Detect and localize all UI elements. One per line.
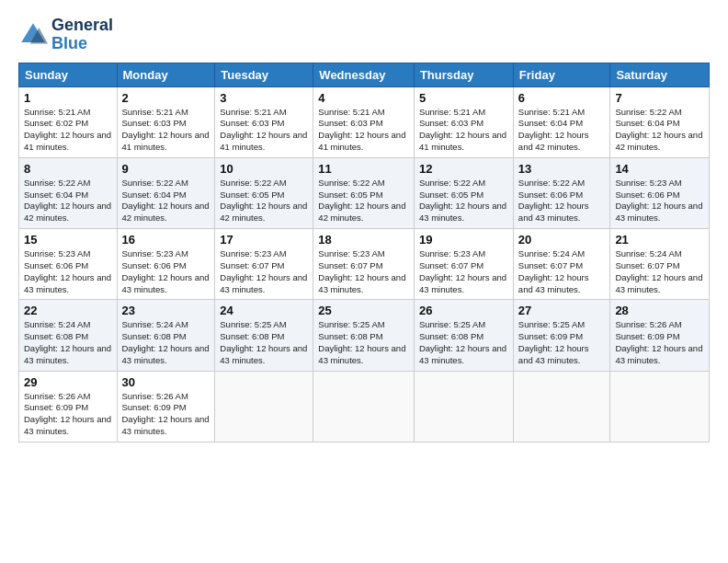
week-row-3: 15 Sunrise: 5:23 AMSunset: 6:06 PMDaylig… bbox=[19, 229, 710, 300]
weekday-header-thursday: Thursday bbox=[414, 63, 513, 86]
day-detail: Sunrise: 5:26 AMSunset: 6:09 PMDaylight:… bbox=[122, 391, 210, 436]
day-number: 20 bbox=[518, 233, 606, 247]
day-number: 21 bbox=[615, 233, 704, 247]
calendar: SundayMondayTuesdayWednesdayThursdayFrid… bbox=[18, 63, 710, 442]
day-number: 22 bbox=[24, 304, 112, 317]
day-cell: 2 Sunrise: 5:21 AMSunset: 6:03 PMDayligh… bbox=[117, 86, 215, 157]
page: General Blue SundayMondayTuesdayWednesda… bbox=[0, 0, 728, 563]
day-detail: Sunrise: 5:22 AMSunset: 6:05 PMDaylight:… bbox=[220, 178, 307, 223]
day-cell: 20 Sunrise: 5:24 AMSunset: 6:07 PMDaylig… bbox=[513, 229, 610, 300]
day-cell: 18 Sunrise: 5:23 AMSunset: 6:07 PMDaylig… bbox=[313, 229, 415, 300]
day-cell bbox=[610, 371, 710, 442]
day-detail: Sunrise: 5:24 AMSunset: 6:08 PMDaylight:… bbox=[24, 319, 111, 364]
day-number: 15 bbox=[24, 233, 112, 247]
day-number: 5 bbox=[419, 91, 508, 105]
day-number: 25 bbox=[318, 304, 409, 317]
day-detail: Sunrise: 5:23 AMSunset: 6:07 PMDaylight:… bbox=[220, 248, 307, 293]
day-detail: Sunrise: 5:24 AMSunset: 6:07 PMDaylight:… bbox=[615, 248, 702, 293]
day-detail: Sunrise: 5:21 AMSunset: 6:04 PMDaylight:… bbox=[518, 107, 589, 152]
logo-icon bbox=[18, 20, 48, 50]
logo-name: General Blue bbox=[51, 17, 113, 53]
day-cell: 10 Sunrise: 5:22 AMSunset: 6:05 PMDaylig… bbox=[215, 157, 313, 228]
day-cell: 12 Sunrise: 5:22 AMSunset: 6:05 PMDaylig… bbox=[414, 157, 513, 228]
day-detail: Sunrise: 5:23 AMSunset: 6:06 PMDaylight:… bbox=[122, 248, 210, 293]
day-detail: Sunrise: 5:24 AMSunset: 6:07 PMDaylight:… bbox=[518, 248, 589, 293]
day-cell: 9 Sunrise: 5:22 AMSunset: 6:04 PMDayligh… bbox=[117, 157, 215, 228]
day-cell: 4 Sunrise: 5:21 AMSunset: 6:03 PMDayligh… bbox=[313, 86, 415, 157]
day-detail: Sunrise: 5:26 AMSunset: 6:09 PMDaylight:… bbox=[24, 391, 111, 436]
day-number: 26 bbox=[419, 304, 508, 317]
weekday-header-wednesday: Wednesday bbox=[313, 63, 415, 86]
week-row-2: 8 Sunrise: 5:22 AMSunset: 6:04 PMDayligh… bbox=[19, 157, 710, 228]
weekday-header-friday: Friday bbox=[513, 63, 610, 86]
day-number: 11 bbox=[318, 162, 409, 176]
day-cell: 13 Sunrise: 5:22 AMSunset: 6:06 PMDaylig… bbox=[513, 157, 610, 228]
day-number: 10 bbox=[220, 162, 308, 176]
week-row-1: 1 Sunrise: 5:21 AMSunset: 6:02 PMDayligh… bbox=[19, 86, 710, 157]
day-cell: 11 Sunrise: 5:22 AMSunset: 6:05 PMDaylig… bbox=[313, 157, 415, 228]
header: General Blue bbox=[18, 17, 710, 53]
day-number: 4 bbox=[318, 91, 409, 105]
day-cell: 7 Sunrise: 5:22 AMSunset: 6:04 PMDayligh… bbox=[610, 86, 710, 157]
day-cell bbox=[215, 371, 313, 442]
day-cell: 16 Sunrise: 5:23 AMSunset: 6:06 PMDaylig… bbox=[117, 229, 215, 300]
day-cell: 24 Sunrise: 5:25 AMSunset: 6:08 PMDaylig… bbox=[215, 300, 313, 371]
day-cell: 26 Sunrise: 5:25 AMSunset: 6:08 PMDaylig… bbox=[414, 300, 513, 371]
day-number: 28 bbox=[615, 304, 704, 317]
day-detail: Sunrise: 5:23 AMSunset: 6:07 PMDaylight:… bbox=[419, 248, 506, 293]
day-number: 12 bbox=[419, 162, 508, 176]
day-cell: 21 Sunrise: 5:24 AMSunset: 6:07 PMDaylig… bbox=[610, 229, 710, 300]
day-number: 8 bbox=[24, 162, 112, 176]
day-cell bbox=[513, 371, 610, 442]
day-detail: Sunrise: 5:23 AMSunset: 6:07 PMDaylight:… bbox=[318, 248, 405, 293]
day-cell: 17 Sunrise: 5:23 AMSunset: 6:07 PMDaylig… bbox=[215, 229, 313, 300]
day-number: 29 bbox=[24, 375, 112, 389]
day-cell: 22 Sunrise: 5:24 AMSunset: 6:08 PMDaylig… bbox=[19, 300, 118, 371]
day-number: 23 bbox=[122, 304, 210, 317]
day-detail: Sunrise: 5:21 AMSunset: 6:03 PMDaylight:… bbox=[318, 107, 405, 152]
day-number: 27 bbox=[518, 304, 606, 317]
day-cell: 6 Sunrise: 5:21 AMSunset: 6:04 PMDayligh… bbox=[513, 86, 610, 157]
day-number: 2 bbox=[122, 91, 210, 105]
day-cell: 1 Sunrise: 5:21 AMSunset: 6:02 PMDayligh… bbox=[19, 86, 118, 157]
day-number: 9 bbox=[122, 162, 210, 176]
weekday-header-sunday: Sunday bbox=[19, 63, 118, 86]
day-cell: 30 Sunrise: 5:26 AMSunset: 6:09 PMDaylig… bbox=[117, 371, 215, 442]
weekday-header-tuesday: Tuesday bbox=[215, 63, 313, 86]
day-detail: Sunrise: 5:21 AMSunset: 6:02 PMDaylight:… bbox=[24, 107, 111, 152]
day-number: 13 bbox=[518, 162, 606, 176]
day-detail: Sunrise: 5:25 AMSunset: 6:08 PMDaylight:… bbox=[318, 319, 405, 364]
day-cell: 5 Sunrise: 5:21 AMSunset: 6:03 PMDayligh… bbox=[414, 86, 513, 157]
day-number: 24 bbox=[220, 304, 308, 317]
weekday-header-row: SundayMondayTuesdayWednesdayThursdayFrid… bbox=[19, 63, 710, 86]
day-cell: 8 Sunrise: 5:22 AMSunset: 6:04 PMDayligh… bbox=[19, 157, 118, 228]
day-detail: Sunrise: 5:22 AMSunset: 6:05 PMDaylight:… bbox=[419, 178, 506, 223]
day-cell: 3 Sunrise: 5:21 AMSunset: 6:03 PMDayligh… bbox=[215, 86, 313, 157]
week-row-4: 22 Sunrise: 5:24 AMSunset: 6:08 PMDaylig… bbox=[19, 300, 710, 371]
day-detail: Sunrise: 5:26 AMSunset: 6:09 PMDaylight:… bbox=[615, 319, 702, 364]
day-cell bbox=[414, 371, 513, 442]
day-detail: Sunrise: 5:22 AMSunset: 6:05 PMDaylight:… bbox=[318, 178, 405, 223]
day-number: 6 bbox=[518, 91, 606, 105]
day-detail: Sunrise: 5:25 AMSunset: 6:08 PMDaylight:… bbox=[419, 319, 506, 364]
day-cell: 28 Sunrise: 5:26 AMSunset: 6:09 PMDaylig… bbox=[610, 300, 710, 371]
day-detail: Sunrise: 5:22 AMSunset: 6:04 PMDaylight:… bbox=[24, 178, 111, 223]
day-cell: 14 Sunrise: 5:23 AMSunset: 6:06 PMDaylig… bbox=[610, 157, 710, 228]
day-number: 1 bbox=[24, 91, 112, 105]
day-detail: Sunrise: 5:24 AMSunset: 6:08 PMDaylight:… bbox=[122, 319, 210, 364]
day-detail: Sunrise: 5:23 AMSunset: 6:06 PMDaylight:… bbox=[24, 248, 111, 293]
day-cell: 15 Sunrise: 5:23 AMSunset: 6:06 PMDaylig… bbox=[19, 229, 118, 300]
weekday-header-saturday: Saturday bbox=[610, 63, 710, 86]
day-detail: Sunrise: 5:22 AMSunset: 6:04 PMDaylight:… bbox=[122, 178, 210, 223]
day-detail: Sunrise: 5:25 AMSunset: 6:09 PMDaylight:… bbox=[518, 319, 589, 364]
day-detail: Sunrise: 5:21 AMSunset: 6:03 PMDaylight:… bbox=[419, 107, 506, 152]
day-number: 3 bbox=[220, 91, 308, 105]
day-detail: Sunrise: 5:25 AMSunset: 6:08 PMDaylight:… bbox=[220, 319, 307, 364]
logo: General Blue bbox=[18, 17, 113, 53]
day-number: 18 bbox=[318, 233, 409, 247]
day-detail: Sunrise: 5:22 AMSunset: 6:04 PMDaylight:… bbox=[615, 107, 702, 152]
day-number: 16 bbox=[122, 233, 210, 247]
day-detail: Sunrise: 5:23 AMSunset: 6:06 PMDaylight:… bbox=[615, 178, 702, 223]
day-detail: Sunrise: 5:21 AMSunset: 6:03 PMDaylight:… bbox=[122, 107, 210, 152]
day-number: 7 bbox=[615, 91, 704, 105]
